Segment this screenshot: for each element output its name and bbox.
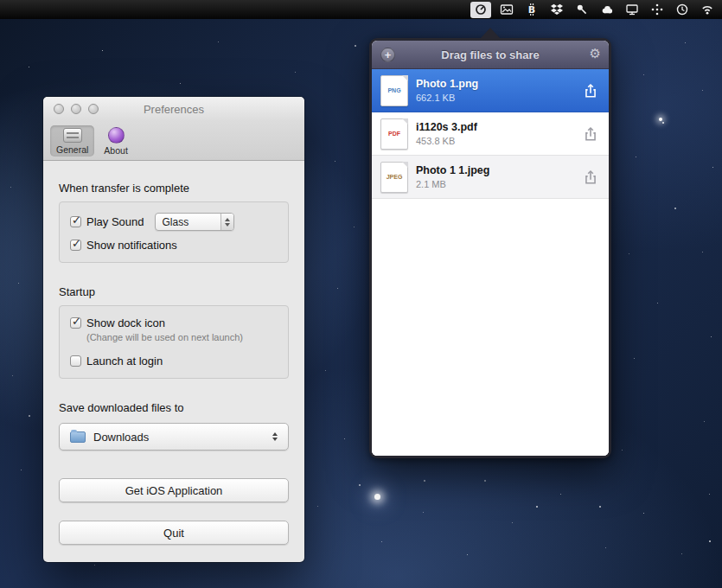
play-sound-label: Play Sound — [86, 215, 144, 228]
about-icon — [108, 127, 125, 144]
file-list: PNG Photo 1.png 662.1 KB — [372, 69, 609, 456]
bitcoin-icon[interactable]: B — [522, 0, 541, 19]
share-icon[interactable] — [583, 126, 598, 142]
file-size: 2.1 MB — [416, 179, 489, 189]
menu-bar: B — [0, 0, 722, 19]
file-name: Photo 1 1.jpeg — [416, 164, 489, 176]
title-bar[interactable]: Preferences — [43, 97, 304, 121]
file-size: 453.8 KB — [416, 136, 477, 146]
close-button[interactable] — [54, 104, 64, 114]
tab-about[interactable]: About — [98, 125, 133, 157]
startup-group: Show dock icon (Change will be used on n… — [59, 305, 289, 379]
dock-icon-note: (Change will be used on next launch) — [86, 332, 278, 342]
file-type-label: PDF — [388, 131, 400, 137]
preferences-content: When transfer is complete Play Sound Gla… — [43, 161, 304, 545]
folder-icon — [70, 431, 86, 443]
save-section-heading: Save downloaded files to — [59, 401, 289, 414]
save-folder-value: Downloads — [93, 431, 149, 444]
file-row[interactable]: PNG Photo 1.png 662.1 KB — [372, 69, 609, 112]
popover-header: + Drag files to share ⚙ — [372, 41, 609, 69]
startup-section-heading: Startup — [59, 285, 289, 298]
dropbox-icon[interactable] — [547, 0, 566, 19]
play-sound-checkbox[interactable] — [70, 216, 81, 227]
launch-at-login-checkbox[interactable] — [70, 355, 81, 367]
file-name: Photo 1.png — [416, 78, 478, 90]
file-type-label: PNG — [387, 87, 400, 93]
jpeg-file-icon: JPEG — [380, 162, 408, 193]
sound-select[interactable]: Glass — [155, 213, 234, 231]
transfer-section-heading: When transfer is complete — [59, 182, 289, 195]
popup-stepper-icon — [272, 432, 278, 441]
save-folder-select[interactable]: Downloads — [59, 423, 289, 451]
sound-select-value: Glass — [163, 216, 189, 228]
file-size: 662.1 KB — [416, 93, 478, 103]
show-notifications-checkbox[interactable] — [70, 240, 81, 251]
tab-general[interactable]: General — [50, 125, 94, 157]
file-row[interactable]: JPEG Photo 1 1.jpeg 2.1 MB — [372, 156, 609, 199]
bright-star — [374, 494, 380, 500]
tab-about-label: About — [104, 145, 127, 156]
preferences-window: Preferences General About When transfer … — [43, 97, 304, 562]
desktop: B — [0, 0, 722, 588]
preferences-toolbar: General About — [43, 121, 304, 161]
transfer-group: Play Sound Glass Show notifications — [59, 201, 289, 263]
show-dock-icon-checkbox[interactable] — [70, 317, 81, 329]
cloud-icon[interactable] — [597, 0, 617, 19]
get-ios-application-button[interactable]: Get iOS Application — [59, 478, 289, 502]
wifi-icon[interactable] — [698, 0, 717, 19]
add-files-button[interactable]: + — [380, 48, 395, 62]
dots-icon[interactable] — [648, 0, 667, 19]
launch-at-login-label: Launch at login — [86, 355, 163, 368]
menu-bar-status-icons: B — [470, 0, 717, 19]
general-icon — [63, 128, 82, 143]
share-popover: + Drag files to share ⚙ PNG Photo 1.png … — [369, 38, 611, 458]
file-row[interactable]: PDF i1120s 3.pdf 453.8 KB — [372, 112, 609, 156]
share-icon[interactable] — [583, 83, 598, 99]
minimize-button[interactable] — [71, 104, 81, 114]
share-icon[interactable] — [583, 169, 598, 185]
popover-arrow — [481, 28, 500, 38]
transfer-app-menubar-icon[interactable] — [470, 2, 491, 18]
popover-title: Drag files to share — [441, 48, 539, 61]
show-notifications-label: Show notifications — [86, 239, 177, 252]
file-type-label: JPEG — [387, 174, 403, 180]
pdf-file-icon: PDF — [380, 118, 408, 150]
settings-gear-icon[interactable]: ⚙ — [590, 46, 601, 61]
file-name: i1120s 3.pdf — [416, 121, 477, 133]
svg-text:B: B — [528, 4, 535, 16]
tab-general-label: General — [56, 144, 88, 155]
zoom-button[interactable] — [88, 104, 99, 114]
quit-button[interactable]: Quit — [59, 521, 289, 545]
picture-icon[interactable] — [497, 0, 516, 19]
png-file-icon: PNG — [380, 75, 408, 106]
drop-zone[interactable] — [372, 199, 609, 456]
popup-stepper-icon — [220, 214, 233, 230]
time-machine-icon[interactable] — [673, 0, 692, 19]
pin-icon[interactable] — [572, 0, 591, 19]
window-controls — [54, 104, 99, 114]
display-icon[interactable] — [623, 0, 642, 19]
show-dock-icon-label: Show dock icon — [86, 316, 165, 329]
window-title: Preferences — [144, 103, 204, 116]
bright-star — [659, 118, 662, 121]
